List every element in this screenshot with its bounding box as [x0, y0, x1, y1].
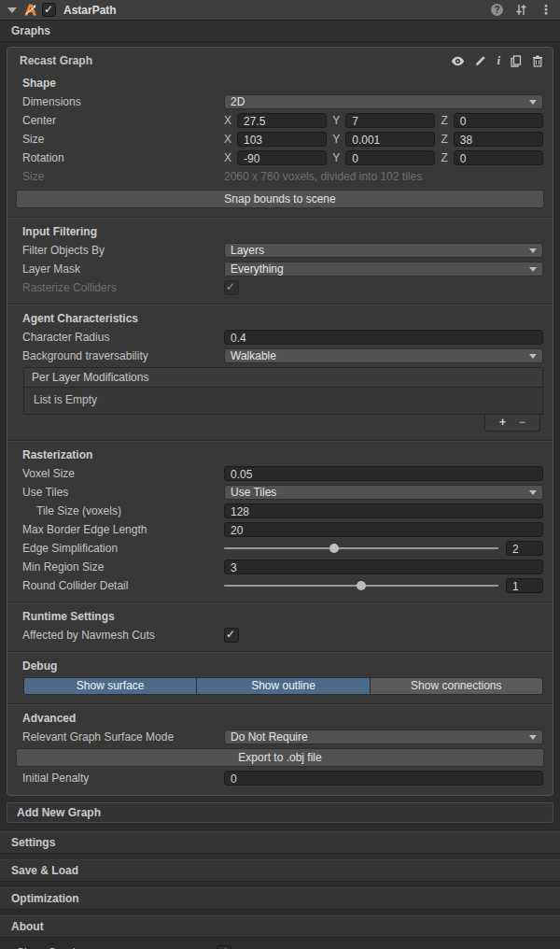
chevron-down-icon: [529, 354, 537, 359]
show-connections-button[interactable]: Show connections: [371, 678, 542, 694]
voxel-size-field[interactable]: 0.05: [224, 466, 543, 481]
delete-trash-icon[interactable]: [532, 55, 543, 67]
relevant-graph-surface-mode-label: Relevant Graph Surface Mode: [22, 730, 224, 744]
section-divider: [7, 304, 553, 305]
chevron-down-icon: [529, 735, 537, 740]
initial-penalty-field[interactable]: 0: [224, 771, 543, 786]
axis-y-label[interactable]: Y: [332, 151, 340, 164]
section-optimization[interactable]: Optimization: [0, 887, 560, 910]
component-header: AstarPath ? ⋮: [0, 0, 560, 21]
snap-bounds-button[interactable]: Snap bounds to scene: [16, 190, 544, 208]
visibility-eye-icon[interactable]: [451, 56, 465, 66]
tile-size-field[interactable]: 128: [224, 503, 543, 518]
show-surface-button[interactable]: Show surface: [24, 678, 197, 694]
foldout-arrow-icon[interactable]: [7, 7, 17, 13]
dimensions-dropdown[interactable]: 2D: [224, 94, 543, 109]
round-collider-detail-slider[interactable]: [224, 585, 498, 587]
size-label: Size: [22, 133, 224, 146]
section-settings[interactable]: Settings: [0, 831, 560, 854]
use-tiles-dropdown[interactable]: Use Tiles: [224, 485, 543, 500]
section-save-load[interactable]: Save & Load: [0, 859, 560, 882]
list-add-button[interactable]: +: [499, 416, 506, 430]
axis-x-label[interactable]: X: [224, 151, 231, 164]
axis-x-label[interactable]: X: [224, 133, 231, 146]
chevron-down-icon: [529, 248, 537, 253]
max-border-edge-length-label: Max Border Edge Length: [22, 523, 224, 536]
layer-mask-value: Everything: [231, 262, 284, 276]
input-filtering-heading: Input Filtering: [22, 225, 553, 238]
section-divider: [7, 703, 553, 705]
show-outline-button[interactable]: Show outline: [197, 678, 370, 694]
center-y-field[interactable]: 7: [345, 113, 435, 128]
dimensions-value: 2D: [231, 95, 245, 108]
edge-simplification-field[interactable]: 2: [506, 541, 543, 556]
edge-simplification-slider[interactable]: [224, 547, 498, 549]
size-info-row: Size 2060 x 760 voxels, divided into 102…: [22, 169, 543, 184]
recast-graph-box: Recast Graph i: [7, 47, 553, 796]
rasterization-heading: Rasterization: [22, 448, 553, 461]
section-save-load-label: Save & Load: [11, 864, 78, 877]
rotation-y-field[interactable]: 0: [345, 150, 435, 165]
show-graphs-checkbox[interactable]: [217, 945, 231, 949]
background-traversability-label: Background traversability: [22, 349, 224, 362]
relevant-graph-surface-mode-dropdown[interactable]: Do Not Require: [224, 729, 543, 744]
chevron-down-icon: [529, 100, 537, 105]
center-z-field[interactable]: 0: [454, 113, 543, 128]
filter-objects-by-dropdown[interactable]: Layers: [224, 243, 543, 258]
max-border-edge-length-field[interactable]: 20: [224, 522, 543, 537]
affected-by-navmesh-cuts-checkbox[interactable]: [224, 628, 239, 643]
size-y-field[interactable]: 0.001: [345, 132, 435, 147]
center-x-field[interactable]: 27.5: [237, 113, 327, 128]
help-icon[interactable]: ?: [491, 4, 503, 16]
export-obj-button[interactable]: Export to .obj file: [16, 748, 544, 767]
background-traversability-dropdown[interactable]: Walkable: [224, 348, 543, 363]
axis-z-label[interactable]: Z: [441, 114, 447, 127]
per-layer-modifications-header[interactable]: Per Layer Modifications: [24, 368, 542, 388]
edit-pencil-icon[interactable]: [475, 55, 486, 66]
recast-graph-title-row: Recast Graph i: [7, 48, 553, 70]
axis-x-label[interactable]: X: [224, 114, 231, 127]
use-tiles-value: Use Tiles: [231, 486, 276, 499]
recast-graph-title: Recast Graph: [20, 54, 92, 67]
character-radius-field[interactable]: 0.4: [224, 330, 543, 345]
rotation-x-field[interactable]: -90: [237, 150, 327, 165]
layer-mask-dropdown[interactable]: Everything: [224, 262, 543, 276]
info-icon[interactable]: i: [497, 53, 500, 68]
section-graphs[interactable]: Graphs: [0, 21, 560, 42]
axis-y-label[interactable]: Y: [332, 133, 340, 146]
affected-by-navmesh-cuts-label: Affected by Navmesh Cuts: [22, 629, 224, 642]
use-tiles-label: Use Tiles: [22, 486, 224, 499]
affected-by-navmesh-cuts-row: Affected by Navmesh Cuts: [22, 628, 543, 643]
character-radius-label: Character Radius: [22, 331, 224, 344]
component-enabled-checkbox[interactable]: [42, 3, 56, 17]
edge-simplification-label: Edge Simplification: [22, 542, 224, 555]
size-info-label: Size: [22, 170, 224, 183]
astar-logo-icon: [23, 3, 37, 17]
duplicate-icon[interactable]: [511, 55, 522, 67]
center-row: Center X 27.5 Y 7 Z 0: [22, 113, 543, 128]
section-about[interactable]: About: [0, 915, 560, 938]
max-border-edge-length-row: Max Border Edge Length 20: [22, 522, 543, 537]
presets-icon[interactable]: [515, 4, 527, 16]
add-new-graph-button[interactable]: Add New Graph: [7, 802, 553, 823]
background-traversability-row: Background traversability Walkable: [22, 348, 543, 363]
axis-y-label[interactable]: Y: [332, 114, 340, 127]
voxel-size-row: Voxel Size 0.05: [22, 466, 543, 481]
round-collider-detail-field[interactable]: 1: [506, 578, 543, 593]
voxel-size-label: Voxel Size: [22, 467, 224, 480]
min-region-size-field[interactable]: 3: [224, 559, 543, 574]
initial-penalty-label: Initial Penalty: [22, 772, 224, 785]
section-optimization-label: Optimization: [11, 892, 79, 905]
size-z-field[interactable]: 38: [454, 132, 543, 147]
round-collider-detail-row: Round Collider Detail 1: [22, 578, 543, 593]
list-remove-button[interactable]: −: [519, 416, 525, 430]
size-x-field[interactable]: 103: [237, 132, 327, 147]
background-traversability-value: Walkable: [231, 349, 276, 362]
kebab-menu-icon[interactable]: ⋮: [539, 4, 553, 16]
axis-z-label[interactable]: Z: [441, 151, 447, 164]
section-graphs-label: Graphs: [11, 24, 50, 37]
slider-thumb[interactable]: [329, 544, 339, 553]
slider-thumb[interactable]: [357, 581, 366, 590]
rotation-z-field[interactable]: 0: [454, 150, 543, 165]
axis-z-label[interactable]: Z: [441, 133, 447, 146]
